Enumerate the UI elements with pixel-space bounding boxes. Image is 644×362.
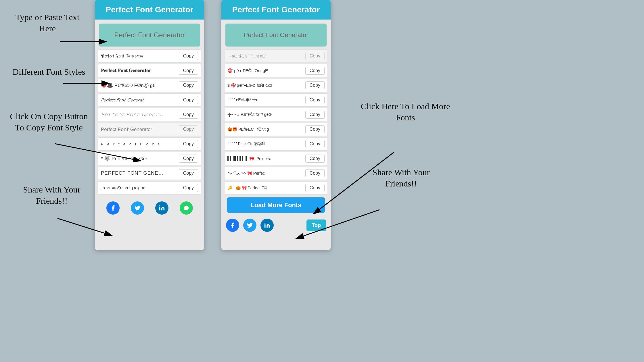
font-row-r2: $ 🎯 p⊕fFE⊙⊙ foÑt ɢ⊆l Copy bbox=[224, 79, 328, 92]
font-row-2: 𝐏𝐞𝐫𝐟𝐞𝐜𝐭 𝐅𝐨𝐧𝐭 𝐆𝐞𝐧𝐞𝐫𝐚𝐭𝐨𝐫 Copy bbox=[98, 64, 201, 77]
font-text-r6: ·'·'·'·'·' Pεя'e⊡τ ⓅⓄÑ bbox=[227, 141, 291, 147]
svg-point-0 bbox=[159, 205, 160, 207]
copy-btn-r1[interactable]: Copy bbox=[305, 67, 325, 75]
font-row-r6: ·'·'·'·'·' Pεя'e⊡τ ⓅⓄÑ Copy bbox=[224, 137, 328, 151]
copy-btn-7[interactable]: Copy bbox=[179, 140, 198, 148]
font-text-6: Perfect Fo̲n̲t̲ Generator bbox=[101, 126, 164, 132]
linkedin-btn-left[interactable] bbox=[155, 201, 168, 215]
copy-btn-4[interactable]: Copy bbox=[179, 96, 198, 104]
copy-btn-r5[interactable]: Copy bbox=[305, 125, 325, 133]
font-row-10: ɹoʇɐɹǝuǝ⅁ ʇuoℲ ʇɔǝɟɹǝd Copy bbox=[98, 181, 201, 195]
linkedin-btn-right[interactable] bbox=[260, 219, 274, 232]
copy-btn-r3[interactable]: Copy bbox=[305, 96, 325, 104]
font-text-r0: ·'· ᵽ∈ʀʄ∈ĈŤ ᶠOnt gE↑ bbox=[227, 54, 291, 58]
panel-bottom-bar-right: Top bbox=[221, 216, 331, 235]
font-text-r2: $ 🎯 p⊕fFE⊙⊙ foÑt ɢ⊆l bbox=[227, 83, 291, 88]
font-row-3: ❤️🎩 P€ff€©Ð FØnⓞ g€ Copy bbox=[98, 79, 201, 92]
copy-btn-9[interactable]: Copy bbox=[179, 169, 198, 177]
social-bar-left bbox=[95, 197, 204, 219]
svg-point-1 bbox=[264, 223, 266, 224]
copy-btn-3[interactable]: Copy bbox=[179, 81, 198, 89]
font-row-r3: ·'·'·'·' ᴘEr⊕丰ᵃ 千c Copy bbox=[224, 93, 328, 107]
font-row-5: 𝙿𝚎𝚛𝚏𝚎𝚌𝚝 𝙵𝚘𝚗𝚝 𝙶𝚎𝚗𝚎𝚛𝚊𝚝𝚘 Copy bbox=[98, 108, 201, 121]
font-row-1: 𝔓𝔢𝔯𝔣𝔢𝔠𝔱 𝔉𝔬𝔫𝔱 𝔊𝔢𝔫𝔢𝔯𝔞𝔱𝔬𝔯 Copy bbox=[98, 49, 201, 63]
font-text-5: 𝙿𝚎𝚛𝚏𝚎𝚌𝚝 𝙵𝚘𝚗𝚝 𝙶𝚎𝚗𝚎𝚛𝚊𝚝𝚘 bbox=[101, 112, 164, 118]
font-row-8: * 🐺 Perfect Fᴼnt Ger Copy bbox=[98, 152, 201, 165]
font-row-r7: ▌▌▐▌▌▌▌▐ 🎀 Perfec Copy bbox=[224, 152, 328, 165]
panel-right-header: Perfect Font Generator bbox=[221, 0, 331, 20]
font-text-r4: •]••°•º» PεrfεⓄt fo™ ge⊗ bbox=[227, 112, 291, 117]
font-row-6: Perfect Fo̲n̲t̲ Generator Copy bbox=[98, 123, 201, 136]
font-text-r9: 🔑 · 🎃 🎀 Perfect F© bbox=[227, 186, 291, 190]
copy-btn-r4[interactable]: Copy bbox=[305, 111, 325, 119]
whatsapp-btn-left[interactable] bbox=[180, 201, 193, 215]
font-text-r1: 🎯 pé r FEĈt 'Ont gE↑ bbox=[227, 68, 291, 73]
phone-panel-left: Perfect Font Generator Perfect Font Gene… bbox=[95, 0, 204, 250]
font-text-3: ❤️🎩 P€ff€©Ð FØnⓞ g€ bbox=[101, 82, 164, 89]
font-text-r7: ▌▌▐▌▌▌▌▐ 🎀 Perfec bbox=[227, 156, 291, 161]
annotation-copy: Click On Copy Button To Copy Font Style bbox=[7, 111, 91, 133]
font-text-r3: ·'·'·'·' ᴘEr⊕丰ᵃ 千c bbox=[227, 97, 291, 103]
font-text-9: PERFECT FONT GENERATOR bbox=[101, 170, 164, 176]
facebook-btn-right[interactable] bbox=[226, 219, 239, 232]
copy-btn-10[interactable]: Copy bbox=[179, 184, 198, 192]
copy-btn-r6[interactable]: Copy bbox=[305, 140, 325, 148]
annotation-share-left: Share With Your Friends!! bbox=[14, 184, 89, 206]
font-row-9: PERFECT FONT GENERATOR Copy bbox=[98, 167, 201, 180]
font-text-10: ɹoʇɐɹǝuǝ⅁ ʇuoℲ ʇɔǝɟɹǝd bbox=[101, 186, 164, 190]
copy-btn-r0[interactable]: Copy bbox=[305, 52, 325, 60]
annotation-load: Click Here To Load More Fonts bbox=[359, 101, 451, 123]
font-text-1: 𝔓𝔢𝔯𝔣𝔢𝔠𝔱 𝔉𝔬𝔫𝔱 𝔊𝔢𝔫𝔢𝔯𝔞𝔱𝔬𝔯 bbox=[101, 53, 164, 59]
annotation-styles: Different Font Styles bbox=[12, 66, 86, 77]
copy-btn-r2[interactable]: Copy bbox=[305, 81, 325, 89]
font-text-r8: ¤ₐ•°¯ₐ•..>> 🎀 Perfec bbox=[227, 171, 291, 176]
font-text-7: P e r f e c t F o n t bbox=[101, 142, 164, 146]
phone-panel-right: Perfect Font Generator Perfect Font Gene… bbox=[221, 0, 331, 250]
facebook-btn-left[interactable] bbox=[106, 201, 120, 215]
panel-left-header: Perfect Font Generator bbox=[95, 0, 204, 20]
copy-btn-r8[interactable]: Copy bbox=[305, 169, 325, 177]
font-row-r9: 🔑 · 🎃 🎀 Perfect F© Copy bbox=[224, 181, 328, 195]
copy-btn-r7[interactable]: Copy bbox=[305, 155, 325, 163]
text-input-right[interactable]: Perfect Font Generator bbox=[225, 24, 327, 47]
font-row-r5: 🎃🎁 ᑭEf⊕ECT fÔNt g Copy bbox=[224, 123, 328, 136]
copy-btn-1[interactable]: Copy bbox=[179, 52, 198, 60]
load-more-btn[interactable]: Load More Fonts bbox=[227, 197, 325, 213]
copy-btn-8[interactable]: Copy bbox=[179, 155, 198, 163]
font-row-r8: ¤ₐ•°¯ₐ•..>> 🎀 Perfec Copy bbox=[224, 167, 328, 180]
font-text-r5: 🎃🎁 ᑭEf⊕ECT fÔNt g bbox=[227, 127, 291, 132]
copy-btn-6[interactable]: Copy bbox=[179, 125, 198, 133]
copy-btn-5[interactable]: Copy bbox=[179, 111, 198, 119]
font-text-4: 𝘗𝘦𝘳𝘧𝘦𝘤𝘵 𝘍𝘰𝘯𝘵 𝘎𝘦𝘯𝘦𝘳𝘢𝘵 bbox=[101, 97, 164, 103]
font-text-8: * 🐺 Perfect Fᴼnt Ger bbox=[101, 156, 164, 162]
font-row-4: 𝘗𝘦𝘳𝘧𝘦𝘤𝘵 𝘍𝘰𝘯𝘵 𝘎𝘦𝘯𝘦𝘳𝘢𝘵 Copy bbox=[98, 93, 201, 107]
text-input-left[interactable]: Perfect Font Generator bbox=[99, 24, 200, 47]
annotation-share-right: Share With Your Friends!! bbox=[358, 167, 444, 189]
font-row-7: P e r f e c t F o n t Copy bbox=[98, 137, 201, 151]
twitter-btn-left[interactable] bbox=[131, 201, 144, 215]
copy-btn-2[interactable]: Copy bbox=[179, 67, 198, 75]
top-button[interactable]: Top bbox=[306, 219, 326, 231]
font-row-r0: ·'· ᵽ∈ʀʄ∈ĈŤ ᶠOnt gE↑ Copy bbox=[224, 49, 328, 63]
copy-btn-r9[interactable]: Copy bbox=[305, 184, 325, 192]
annotation-type: Type or Paste Text Here bbox=[9, 11, 86, 34]
font-row-r1: 🎯 pé r FEĈt 'Ont gE↑ Copy bbox=[224, 64, 328, 77]
twitter-btn-right[interactable] bbox=[243, 219, 256, 232]
font-text-2: 𝐏𝐞𝐫𝐟𝐞𝐜𝐭 𝐅𝐨𝐧𝐭 𝐆𝐞𝐧𝐞𝐫𝐚𝐭𝐨𝐫 bbox=[101, 68, 164, 74]
font-row-r4: •]••°•º» PεrfεⓄt fo™ ge⊗ Copy bbox=[224, 108, 328, 121]
